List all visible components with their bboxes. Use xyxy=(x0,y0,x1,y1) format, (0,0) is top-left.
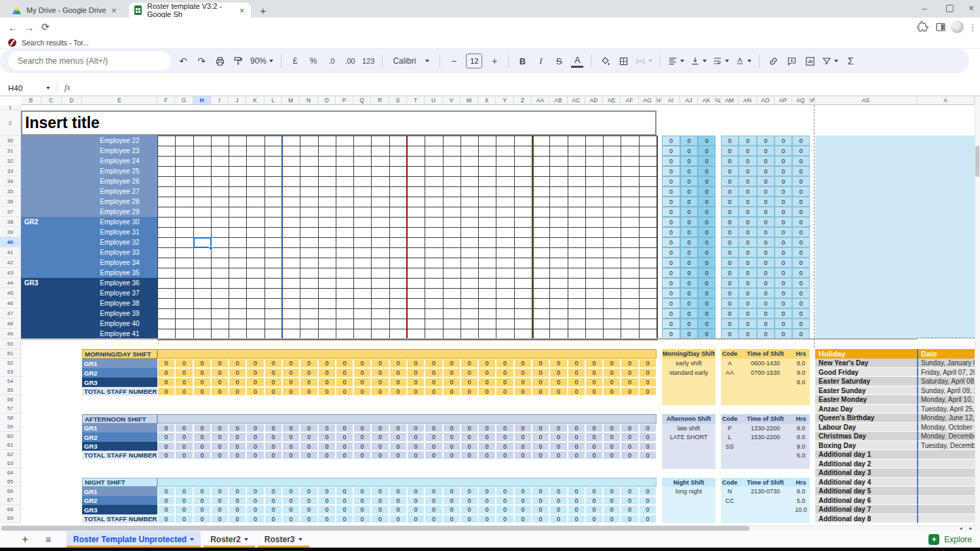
grid-cell[interactable] xyxy=(444,268,461,279)
shift-count-cell[interactable]: 0 xyxy=(603,442,621,451)
horizontal-scrollbar-thumb[interactable] xyxy=(1,526,749,531)
grid-cell[interactable] xyxy=(640,187,657,197)
row-header[interactable]: 37 xyxy=(0,207,21,217)
shift-count-cell[interactable]: 0 xyxy=(639,432,656,442)
grid-cell[interactable] xyxy=(300,299,318,309)
grid-cell[interactable] xyxy=(496,177,514,187)
shift-count-cell[interactable]: 0 xyxy=(389,387,407,396)
grid-cell[interactable] xyxy=(461,177,479,187)
grid-cell[interactable] xyxy=(550,319,568,329)
side-count-cell[interactable]: 0 xyxy=(775,176,792,186)
side-count-cell[interactable]: 0 xyxy=(739,217,757,227)
grid-cell[interactable] xyxy=(212,279,229,289)
cell[interactable] xyxy=(41,217,62,227)
cell[interactable] xyxy=(41,146,62,156)
grid-cell[interactable] xyxy=(532,228,550,238)
side-count-cell[interactable]: 0 xyxy=(698,298,716,308)
grid-cell[interactable] xyxy=(336,146,354,157)
shift-count-cell[interactable]: 0 xyxy=(514,424,532,432)
grid-cell[interactable] xyxy=(372,299,389,309)
grid-cell[interactable] xyxy=(247,157,264,167)
cell[interactable] xyxy=(41,186,62,197)
shift-count-cell[interactable]: 0 xyxy=(300,514,318,523)
grid-cell[interactable] xyxy=(568,167,586,177)
shift-count-cell[interactable]: 0 xyxy=(443,424,460,432)
shift-count-cell[interactable]: 0 xyxy=(549,368,568,377)
shift-count-cell[interactable]: 0 xyxy=(282,432,300,442)
grid-cell[interactable] xyxy=(319,157,336,167)
grid-cell[interactable] xyxy=(568,289,586,299)
grid-cell[interactable] xyxy=(283,146,300,157)
grid-cell[interactable] xyxy=(408,319,425,329)
shift-count-cell[interactable]: 0 xyxy=(389,487,407,496)
shift-count-cell[interactable]: 0 xyxy=(443,387,460,396)
shift-count-cell[interactable]: 0 xyxy=(282,424,300,432)
shift-count-cell[interactable]: 0 xyxy=(229,496,246,505)
shift-count-cell[interactable]: 0 xyxy=(282,451,300,460)
grid-cell[interactable] xyxy=(496,289,514,299)
bold-button[interactable]: B xyxy=(516,53,528,69)
grid-cell[interactable] xyxy=(604,157,621,167)
grid-cell[interactable] xyxy=(354,289,372,299)
grid-cell[interactable] xyxy=(372,268,389,279)
shift-count-cell[interactable]: 0 xyxy=(229,442,246,451)
grid-cell[interactable] xyxy=(194,319,212,329)
shift-count-cell[interactable]: 0 xyxy=(157,432,175,442)
grid-cell[interactable] xyxy=(568,258,586,268)
row-header[interactable]: 34 xyxy=(0,176,21,186)
side-count-cell[interactable]: 0 xyxy=(721,319,739,329)
shift-count-cell[interactable]: 0 xyxy=(496,377,514,387)
shift-count-cell[interactable]: 0 xyxy=(371,514,389,523)
side-count-cell[interactable]: 0 xyxy=(775,329,792,339)
holiday-name-cell[interactable]: Good Friday xyxy=(815,368,917,377)
column-header[interactable]: L xyxy=(264,96,282,105)
shift-count-cell[interactable]: 0 xyxy=(514,487,532,496)
shift-count-cell[interactable]: 0 xyxy=(478,424,496,432)
horizontal-align-button[interactable] xyxy=(668,53,684,69)
employee-name-cell[interactable]: Employee 29 xyxy=(82,207,157,217)
shift-count-cell[interactable]: 0 xyxy=(229,368,246,377)
grid-cell[interactable] xyxy=(336,207,354,218)
column-header[interactable]: AF xyxy=(621,96,639,105)
legend-cell[interactable] xyxy=(662,442,716,451)
shift-count-cell[interactable]: 0 xyxy=(318,387,336,396)
cell[interactable] xyxy=(41,288,62,298)
grid-cell[interactable] xyxy=(461,207,479,218)
shift-count-cell[interactable]: 0 xyxy=(568,514,585,523)
grid-cell[interactable] xyxy=(444,146,461,157)
side-count-cell[interactable]: 0 xyxy=(775,217,792,227)
grid-cell[interactable] xyxy=(247,218,264,228)
grid-cell[interactable] xyxy=(300,167,318,177)
grid-cell[interactable] xyxy=(461,218,479,228)
grid-cell[interactable] xyxy=(444,177,461,187)
group-label-cell[interactable]: GR3 xyxy=(21,278,41,288)
shift-table-header-band[interactable] xyxy=(157,478,656,487)
shift-count-cell[interactable]: 0 xyxy=(175,424,193,432)
grid-cell[interactable] xyxy=(319,299,336,309)
holiday-date-cell[interactable] xyxy=(917,505,975,514)
grid-cell[interactable] xyxy=(354,146,372,157)
side-count-cell[interactable]: 0 xyxy=(775,136,792,146)
shift-count-cell[interactable]: 0 xyxy=(389,505,407,514)
row-header[interactable]: 39 xyxy=(0,227,21,237)
grid-cell[interactable] xyxy=(586,238,604,248)
grid-cell[interactable] xyxy=(461,136,479,146)
grid-cell[interactable] xyxy=(283,136,300,146)
grid-cell[interactable] xyxy=(496,218,514,228)
group-label-cell[interactable] xyxy=(21,186,41,197)
cell[interactable] xyxy=(62,156,82,166)
grid-cell[interactable] xyxy=(550,279,568,289)
shift-table-header-band[interactable] xyxy=(157,414,656,424)
grid-cell[interactable] xyxy=(604,187,621,197)
shift-count-cell[interactable]: 0 xyxy=(157,505,175,514)
side-count-cell[interactable]: 0 xyxy=(792,268,810,278)
shift-count-cell[interactable]: 0 xyxy=(532,442,549,451)
grid-cell[interactable] xyxy=(158,157,176,167)
shift-count-cell[interactable]: 0 xyxy=(336,514,353,523)
shift-count-cell[interactable]: 0 xyxy=(211,387,229,396)
group-label-cell[interactable] xyxy=(21,247,41,258)
shift-count-cell[interactable]: 0 xyxy=(496,496,514,505)
grid-cell[interactable] xyxy=(586,146,604,157)
grid-cell[interactable] xyxy=(390,238,408,248)
shift-count-cell[interactable]: 0 xyxy=(585,442,603,451)
